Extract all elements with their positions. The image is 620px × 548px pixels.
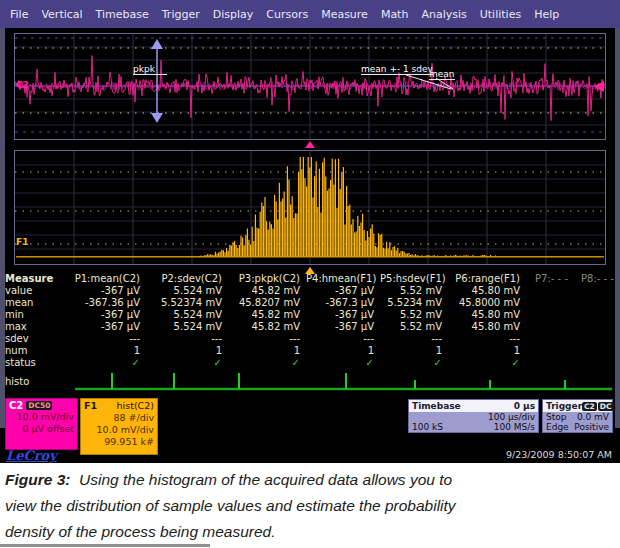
mean-annotation: mean — [429, 69, 455, 80]
trigger-kind: Edge — [546, 422, 569, 432]
mean-sdev-annotation: mean +- 1 sdev — [361, 64, 433, 75]
cropped-next-text-line — [0, 544, 210, 547]
measure-row-sdev: sdev------------------ — [0, 332, 620, 344]
menu-item-measure[interactable]: Measure — [321, 8, 368, 21]
measure-cell: --- — [448, 333, 526, 344]
menu-item-trigger[interactable]: Trigger — [162, 8, 200, 21]
measure-column-header[interactable]: P2:sdev(C2) — [146, 273, 228, 284]
measure-cell: 5.524 mV — [146, 309, 228, 320]
measure-cell: 45.82 mV — [228, 285, 306, 296]
menu-item-file[interactable]: File — [10, 8, 28, 21]
measure-cell: 1 — [306, 345, 380, 356]
measure-row-label: mean — [0, 297, 62, 308]
page: FileVerticalTimebaseTriggerDisplayCursor… — [0, 0, 620, 548]
measure-table: MeasureP1:mean(C2)P2:sdev(C2)P3:pkpk(C2)… — [0, 272, 620, 368]
measure-cell: 5.52 mV — [380, 285, 448, 296]
c2-offset: 0 µV offset — [9, 423, 74, 435]
f1-counts-per-div: 88 #/div — [84, 412, 154, 424]
menu-item-help[interactable]: Help — [534, 8, 559, 21]
histo-row-chart — [0, 368, 620, 394]
lecroy-logo: LeCroy — [6, 448, 57, 463]
measure-cell: 5.5234 mV — [380, 297, 448, 308]
menu-item-utilities[interactable]: Utilities — [480, 8, 521, 21]
measure-cell: 45.80 mV — [448, 309, 526, 320]
measure-cell: -367 µV — [306, 321, 380, 332]
channel-c2-trace-label: C2 — [16, 80, 29, 90]
measure-row-label: status — [0, 357, 62, 368]
measure-column-header[interactable]: P6:range(F1) — [448, 273, 526, 284]
measure-column-header[interactable]: P3:pkpk(C2) — [228, 273, 306, 284]
measure-cell: 5.52 mV — [380, 321, 448, 332]
measure-column-header[interactable]: P4:hmean(F1) — [306, 273, 380, 284]
measure-cell: 1 — [380, 345, 448, 356]
pkpk-annotation: pkpk — [133, 64, 167, 75]
measure-cell: -367 µV — [306, 309, 380, 320]
measure-cell: --- — [62, 333, 146, 344]
menu-bar: FileVerticalTimebaseTriggerDisplayCursor… — [0, 0, 620, 28]
menu-item-cursors[interactable]: Cursors — [266, 8, 308, 21]
f1-function: hist(C2) — [117, 400, 154, 412]
measure-cell: 1 — [448, 345, 526, 356]
trigger-source-badge: C2 — [582, 402, 597, 411]
measure-cell: --- — [380, 333, 448, 344]
histogram-plot — [15, 151, 605, 264]
status-check-icon: ✓ — [228, 357, 306, 368]
measure-cell: 1 — [146, 345, 228, 356]
measure-column-header[interactable]: P7:- - - — [526, 273, 574, 284]
f1-volts-per-div: 10.0 mV/div — [84, 424, 154, 436]
timebase-samples: 100 kS — [412, 422, 443, 432]
mean-marker-icon — [305, 141, 315, 148]
measure-cell: --- — [228, 333, 306, 344]
scope-display: C2 pkpk mean +- 1 sdev mean F1 MeasureP1… — [0, 28, 620, 463]
measure-row-mean: mean-367.36 µV5.52374 mV45.8207 mV-367.3… — [0, 296, 620, 308]
measure-cell: -367 µV — [62, 309, 146, 320]
menu-item-analysis[interactable]: Analysis — [421, 8, 466, 21]
channel-c2-descriptor[interactable]: C2 DC50 10.0 mV/div 0 µV offset — [5, 398, 78, 450]
measure-cell: 5.52 mV — [380, 309, 448, 320]
menu-item-display[interactable]: Display — [213, 8, 254, 21]
timebase-descriptor[interactable]: Timebase 0 µs 100 µs/div 100 kS 100 MS/s — [408, 399, 539, 433]
f1-population: 99.951 k# — [84, 436, 154, 448]
measure-cell: 45.82 mV — [228, 321, 306, 332]
histogram-panel: F1 — [14, 150, 606, 265]
measure-row-num: num111111 — [0, 344, 620, 356]
measure-cell: 45.82 mV — [228, 309, 306, 320]
menu-item-timebase[interactable]: Timebase — [96, 8, 149, 21]
measure-cell: 45.80 mV — [448, 285, 526, 296]
figure-caption: Figure 3: Using the histogram of the acq… — [5, 467, 457, 545]
measure-table-header: MeasureP1:mean(C2)P2:sdev(C2)P3:pkpk(C2)… — [0, 272, 620, 284]
timestamp: 9/23/2009 8:50:07 AM — [506, 449, 612, 460]
timebase-rate: 100 MS/s — [494, 422, 535, 432]
trigger-source-badges: C2 DC — [582, 402, 613, 411]
measure-column-header[interactable]: P5:hsdev(F1) — [380, 273, 448, 284]
status-check-icon: ✓ — [62, 357, 146, 368]
c2-volts-per-div: 10.0 mV/div — [9, 411, 74, 423]
figure-caption-number: Figure 3: — [5, 471, 70, 488]
measure-row-value: value-367 µV5.524 mV45.82 mV-367 µV5.52 … — [0, 284, 620, 296]
menu-item-vertical[interactable]: Vertical — [41, 8, 82, 21]
menu-item-math[interactable]: Math — [381, 8, 409, 21]
trace-f1-descriptor[interactable]: F1 hist(C2) 88 #/div 10.0 mV/div 99.951 … — [80, 398, 158, 455]
measure-cell: --- — [306, 333, 380, 344]
measure-column-header[interactable]: P1:mean(C2) — [62, 273, 146, 284]
measure-row-label: value — [0, 285, 62, 296]
measure-cell: -367 µV — [62, 321, 146, 332]
trigger-slope: Positive — [574, 422, 609, 432]
measure-cell: -367.36 µV — [62, 297, 146, 308]
measure-cell: 5.52374 mV — [146, 297, 228, 308]
measure-cell: 5.524 mV — [146, 285, 228, 296]
measure-column-header[interactable]: P8:- - - — [574, 273, 620, 284]
measure-cell: 45.80 mV — [448, 321, 526, 332]
figure-caption-text: Using the histogram of the acquired data… — [5, 471, 456, 540]
measure-cell: -367.3 µV — [306, 297, 380, 308]
trigger-coupling-badge: DC — [598, 402, 614, 411]
trigger-descriptor[interactable]: Trigger C2 DC Stop 0.0 mV Edge Positive — [542, 399, 613, 433]
measure-row-label: sdev — [0, 333, 62, 344]
measure-cell: 45.8000 mV — [448, 297, 526, 308]
trigger-label: Trigger — [546, 400, 582, 412]
status-check-icon: ✓ — [380, 357, 448, 368]
measure-row-label: max — [0, 321, 62, 332]
measure-row-max: max-367 µV5.524 mV45.82 mV-367 µV5.52 mV… — [0, 320, 620, 332]
status-check-icon: ✓ — [146, 357, 228, 368]
measure-table-title: Measure — [0, 273, 62, 284]
